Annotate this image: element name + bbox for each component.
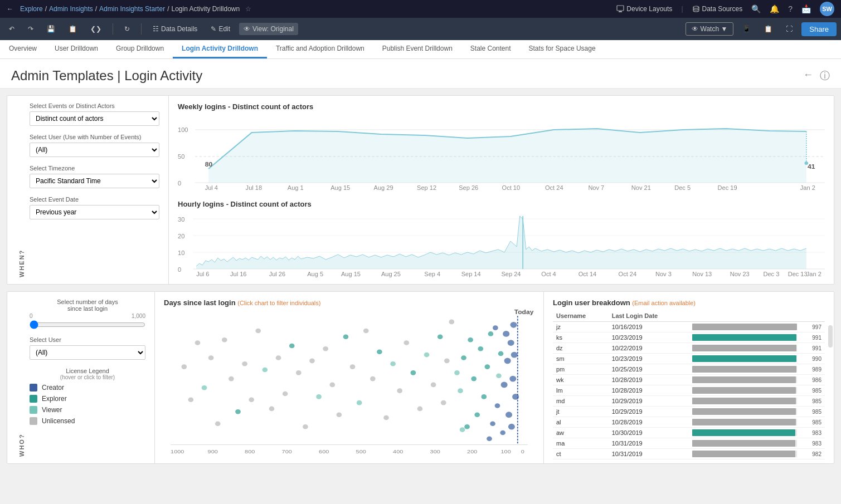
- breadcrumb-explore[interactable]: Explore: [20, 5, 43, 13]
- svg-text:20: 20: [178, 233, 184, 239]
- tab-login-activity-drilldown[interactable]: Login Activity Drilldown: [173, 40, 267, 58]
- table-row[interactable]: al 10/28/2019 985: [553, 417, 825, 428]
- share-button[interactable]: Share: [801, 22, 837, 36]
- cell-bar: [689, 428, 800, 438]
- back-icon[interactable]: ←: [7, 5, 13, 13]
- save-button[interactable]: 💾: [42, 23, 60, 35]
- timezone-filter-select[interactable]: Pacific Standard Time UTC Eastern Standa…: [30, 174, 159, 188]
- table-title-area: Login user breakdown (Email action avail…: [553, 299, 825, 307]
- table-area: Login user breakdown (Email action avail…: [544, 292, 834, 463]
- cell-last-login: 10/22/2019: [609, 343, 689, 354]
- svg-text:Jul 16: Jul 16: [230, 271, 247, 277]
- refresh-button[interactable]: ↻: [120, 23, 134, 35]
- cell-username: aw: [553, 428, 609, 438]
- x-0: 0: [521, 448, 524, 454]
- redo-button[interactable]: ↷: [23, 23, 38, 35]
- x-label-oct24: Oct 24: [545, 185, 563, 191]
- user-select[interactable]: (All): [30, 345, 145, 360]
- view-original-button[interactable]: 👁 View: Original: [239, 23, 298, 35]
- back-nav-icon[interactable]: ←: [803, 69, 813, 82]
- events-filter-select[interactable]: Distinct count of actors Number of event…: [30, 111, 159, 126]
- tab-overview[interactable]: Overview: [0, 40, 46, 58]
- table-row[interactable]: dz 10/22/2019 991: [553, 343, 825, 354]
- viewer-label: Viewer: [42, 406, 62, 414]
- share-notification-icon[interactable]: 📩: [801, 4, 811, 13]
- duplicate-button[interactable]: 📋: [64, 23, 81, 35]
- svg-point-36: [503, 331, 509, 337]
- breadcrumb-admin-insights[interactable]: Admin Insights: [49, 5, 93, 13]
- star-icon[interactable]: ☆: [245, 5, 251, 13]
- tab-publish-event[interactable]: Publish Event Drilldown: [373, 40, 461, 58]
- date-filter-select[interactable]: Previous year Last 30 days Last 7 days: [30, 205, 159, 219]
- cell-username: ma: [553, 438, 609, 449]
- cell-username: sm: [553, 354, 609, 364]
- svg-point-73: [289, 344, 295, 349]
- table-row[interactable]: aw 10/30/2019 983: [553, 428, 825, 438]
- svg-point-70: [309, 359, 315, 364]
- fullscreen-button[interactable]: ⛶: [781, 23, 797, 35]
- scatter-svg[interactable]: Today 1000 900 800 700 600 500 400 300 2…: [164, 307, 534, 457]
- svg-text:Aug 5: Aug 5: [307, 271, 323, 277]
- device-layouts-link[interactable]: Device Layouts: [616, 5, 672, 13]
- table-row[interactable]: lm 10/28/2019 985: [553, 385, 825, 396]
- svg-point-32: [512, 394, 519, 400]
- table-row[interactable]: ct 10/31/2019 982: [553, 449, 825, 459]
- svg-point-87: [195, 340, 201, 345]
- legend-viewer[interactable]: Viewer: [30, 406, 145, 414]
- table-row[interactable]: md 10/29/2019 985: [553, 396, 825, 407]
- svg-point-40: [481, 394, 487, 399]
- svg-point-42: [474, 412, 480, 417]
- tab-stale-content[interactable]: Stale Content: [461, 40, 520, 58]
- table-row[interactable]: sm 10/23/2019 990: [553, 354, 825, 364]
- svg-rect-0: [617, 6, 624, 11]
- table-row[interactable]: wk 10/28/2019 986: [553, 375, 825, 385]
- x-200: 200: [467, 448, 477, 454]
- breadcrumb-starter[interactable]: Admin Insights Starter: [99, 5, 165, 13]
- search-icon[interactable]: 🔍: [751, 4, 761, 13]
- table-row[interactable]: jz 10/16/2019 997: [553, 322, 825, 332]
- cell-value: 983: [800, 438, 825, 449]
- data-sources-link[interactable]: Data Sources: [692, 5, 743, 13]
- top-nav-right: Device Layouts | Data Sources 🔍 🔔 ? 📩 SW: [616, 2, 834, 16]
- svg-point-31: [508, 340, 514, 346]
- tablet-view-button[interactable]: 📋: [760, 23, 777, 35]
- svg-point-43: [471, 376, 477, 381]
- help-icon[interactable]: ?: [788, 4, 793, 13]
- svg-text:30: 30: [178, 217, 184, 223]
- phone-view-button[interactable]: 📱: [738, 23, 755, 35]
- user-filter-label: Select User (Use with Number of Events): [30, 134, 159, 140]
- legend-explorer[interactable]: Explorer: [30, 395, 145, 403]
- table-row[interactable]: pm 10/25/2019 989: [553, 364, 825, 375]
- notification-icon[interactable]: 🔔: [770, 4, 779, 13]
- undo-button[interactable]: ↶: [4, 23, 19, 35]
- edit-button[interactable]: ✎ Edit: [206, 23, 235, 35]
- data-details-button[interactable]: ☷ Data Details: [148, 23, 202, 35]
- table-scroll-handle[interactable]: [828, 325, 833, 348]
- x-label-sep12: Sep 12: [417, 185, 436, 191]
- svg-text:Sep 24: Sep 24: [502, 271, 521, 277]
- watch-button[interactable]: 👁 Watch ▼: [686, 22, 733, 36]
- x-1000: 1000: [171, 448, 184, 454]
- scatter-area: Days since last login (Click chart to fi…: [155, 292, 544, 463]
- hourly-area: [196, 216, 806, 269]
- info-icon[interactable]: ⓘ: [820, 69, 830, 82]
- svg-point-79: [249, 397, 254, 402]
- cell-value: 985: [800, 417, 825, 428]
- user-filter-select[interactable]: (All): [30, 143, 159, 157]
- svg-point-93: [496, 373, 502, 378]
- table-row[interactable]: ks 10/23/2019 991: [553, 332, 825, 343]
- table-row[interactable]: ma 10/31/2019 983: [553, 438, 825, 449]
- creator-color-dot: [30, 384, 37, 392]
- table-row[interactable]: jt 10/29/2019 985: [553, 407, 825, 417]
- svg-point-95: [500, 430, 505, 436]
- tab-user-drilldown[interactable]: User Drilldown: [46, 40, 107, 58]
- legend-creator[interactable]: Creator: [30, 384, 145, 392]
- tab-traffic-adoption[interactable]: Traffic and Adoption Drilldown: [267, 40, 373, 58]
- user-avatar[interactable]: SW: [820, 2, 834, 16]
- tab-stats-space[interactable]: Stats for Space Usage: [520, 40, 605, 58]
- days-range-slider[interactable]: [30, 320, 145, 329]
- tab-group-drilldown[interactable]: Group Drilldown: [107, 40, 173, 58]
- more-actions-button[interactable]: ❮❯: [86, 23, 106, 35]
- legend-unlicensed[interactable]: Unlicensed: [30, 417, 145, 425]
- events-filter-group: Select Events or Distinct Actors Distinc…: [30, 102, 159, 126]
